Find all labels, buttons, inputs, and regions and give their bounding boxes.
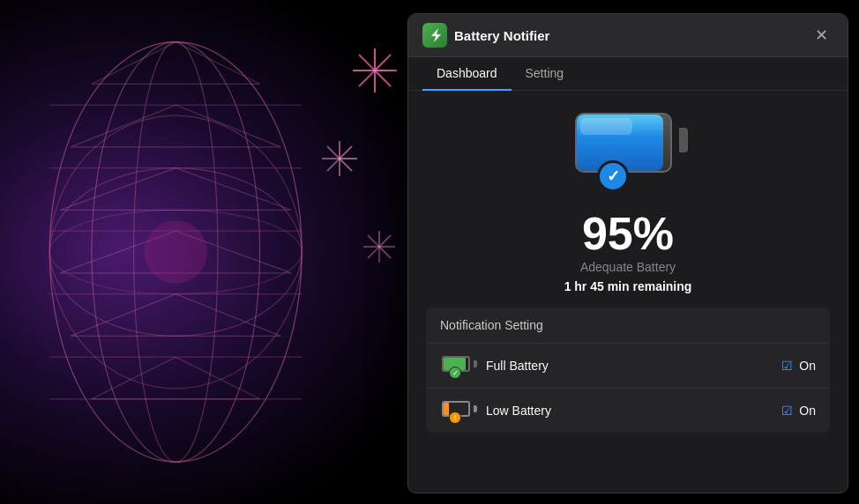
app-title: Battery Notifier [454, 28, 549, 43]
close-button[interactable]: ✕ [809, 23, 833, 48]
svg-line-40 [368, 247, 379, 258]
svg-marker-14 [60, 168, 291, 211]
titlebar: Battery Notifier ✕ [408, 14, 848, 57]
low-battery-toggle[interactable]: ☑ On [781, 404, 816, 418]
tab-setting[interactable]: Setting [512, 57, 579, 91]
low-battery-checkbox-icon: ☑ [781, 404, 796, 418]
notification-row-low-battery: ! Low Battery ☑ On [426, 388, 830, 433]
full-battery-icon: ✓ [440, 352, 475, 379]
notification-section: Notification Setting ✓ Full Battery ☑ On [426, 308, 830, 433]
battery-tip [679, 128, 688, 152]
battery-time: 1 hr 45 min remaining [564, 279, 692, 293]
notification-header: Notification Setting [426, 308, 830, 343]
battery-percent: 95% [582, 211, 674, 256]
low-battery-warn-icon: ! [449, 411, 461, 424]
full-battery-toggle-label: On [799, 359, 816, 373]
full-battery-toggle[interactable]: ☑ On [781, 359, 816, 373]
svg-line-34 [327, 146, 340, 159]
app-icon [422, 23, 447, 48]
svg-line-38 [379, 247, 391, 258]
full-battery-label: Full Battery [486, 359, 781, 373]
svg-line-26 [359, 55, 375, 70]
svg-line-36 [379, 235, 391, 247]
nav-tabs: Dashboard Setting [408, 57, 848, 91]
svg-line-24 [359, 70, 375, 86]
svg-marker-17 [92, 357, 260, 399]
full-battery-checkbox-icon: ☑ [781, 359, 796, 373]
svg-point-18 [145, 220, 208, 284]
svg-line-42 [368, 235, 379, 247]
battery-status: Adequate Battery [580, 260, 676, 274]
low-battery-toggle-label: On [799, 404, 816, 418]
low-battery-label: Low Battery [486, 404, 781, 418]
bg-left [0, 0, 415, 504]
battery-notifier-panel: Battery Notifier ✕ Dashboard Setting ✓ 9… [407, 13, 848, 493]
low-battery-icon: ! [440, 397, 475, 424]
svg-line-20 [375, 55, 391, 70]
battery-visual: ✓ [575, 108, 681, 188]
svg-line-30 [340, 159, 352, 171]
titlebar-left: Battery Notifier [422, 23, 549, 48]
dashboard-content: ✓ 95% Adequate Battery 1 hr 45 min remai… [408, 91, 848, 450]
svg-line-32 [327, 159, 340, 171]
svg-marker-16 [71, 294, 280, 337]
tab-dashboard[interactable]: Dashboard [422, 57, 512, 91]
battery-gloss [580, 118, 632, 135]
fireworks-decoration [313, 0, 410, 370]
notification-row-full-battery: ✓ Full Battery ☑ On [426, 343, 830, 388]
full-battery-check-icon: ✓ [449, 367, 461, 379]
battery-checkmark: ✓ [597, 160, 629, 192]
svg-marker-12 [92, 42, 260, 85]
svg-line-28 [340, 146, 352, 159]
svg-line-22 [375, 70, 391, 86]
